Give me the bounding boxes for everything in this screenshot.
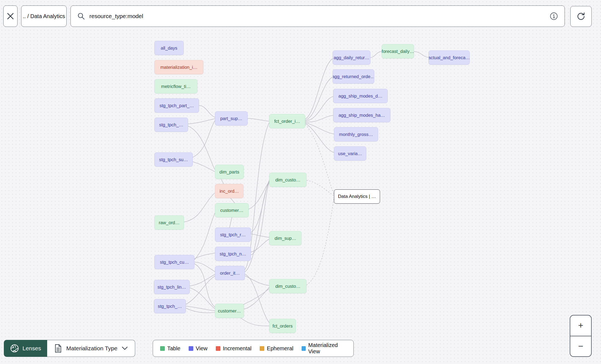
legend-label: Incremental — [223, 345, 252, 352]
lineage-edge — [305, 59, 333, 119]
lenses-label: Lenses — [22, 345, 41, 352]
search-input[interactable] — [89, 13, 545, 19]
node-agg_returned_orde[interactable]: agg_returned_orde… — [333, 69, 374, 84]
lineage-edge — [307, 198, 334, 285]
legend-item-incremental: Incremental — [216, 345, 252, 352]
refresh-button[interactable] — [570, 6, 592, 27]
lens-selected-label: Materialization Type — [66, 345, 117, 352]
lineage-edge — [305, 77, 333, 120]
node-forecast_daily[interactable]: forecast_daily… — [382, 44, 414, 58]
lineage-edge — [186, 276, 215, 304]
lineage-edge — [248, 118, 269, 121]
node-customer_b[interactable]: customer… — [215, 304, 244, 318]
lineage-edge — [194, 262, 215, 272]
legend-swatch — [302, 346, 306, 351]
legend-label: View — [196, 345, 208, 352]
lineage-graph: all_daysmaterialization_i…metricflow_ti…… — [0, 0, 601, 364]
search-bar[interactable] — [70, 5, 565, 27]
legend-item-ephemeral: Ephemeral — [260, 345, 293, 352]
node-actual_and_foreca[interactable]: actual_and_foreca… — [429, 50, 470, 65]
lineage-canvas[interactable]: all_daysmaterialization_i…metricflow_ti…… — [0, 0, 601, 364]
node-agg_ship_modes_d[interactable]: agg_ship_modes_d… — [333, 89, 388, 103]
lineage-edge — [194, 213, 215, 260]
node-data_analytics[interactable]: Data Analytics | … — [334, 189, 380, 204]
node-materialization_i[interactable]: materialization_i… — [154, 60, 203, 74]
node-raw_ord[interactable]: raw_ord… — [154, 215, 184, 230]
refresh-icon — [576, 12, 586, 21]
close-button[interactable] — [3, 5, 18, 27]
node-part_sup[interactable]: part_sup… — [215, 111, 248, 126]
lineage-edge — [193, 121, 215, 157]
node-dim_parts[interactable]: dim_parts — [215, 165, 244, 179]
breadcrumb[interactable]: .. / Data Analytics — [21, 5, 67, 27]
node-stg_tpch_lin[interactable]: stg_tpch_lin… — [154, 280, 190, 294]
lineage-edge — [184, 193, 215, 222]
node-dim_custo_m[interactable]: dim_custo… — [269, 173, 307, 187]
aperture-icon — [10, 344, 19, 353]
node-agg_daily_retur[interactable]: agg_daily_retur… — [333, 50, 370, 65]
lineage-edge — [221, 179, 224, 184]
node-dim_custo_b[interactable]: dim_custo… — [269, 279, 307, 293]
node-stg_tpch_a[interactable]: stg_tpch_… — [154, 118, 188, 132]
lineage-edge — [370, 52, 382, 58]
node-use_varia[interactable]: use_varia… — [334, 146, 366, 161]
lineage-edge — [251, 239, 269, 252]
lens-bar: Lenses Materialization Type — [4, 340, 135, 357]
search-icon — [77, 12, 85, 20]
legend-swatch — [189, 346, 193, 351]
info-icon[interactable] — [550, 12, 558, 20]
node-agg_ship_modes_ha[interactable]: agg_ship_modes_ha… — [333, 108, 390, 122]
legend-label: Materialized View — [308, 342, 346, 355]
node-fct_orders[interactable]: fct_orders — [269, 319, 296, 333]
chevron-down-icon — [122, 346, 128, 350]
legend-swatch — [160, 346, 165, 351]
lineage-edge — [190, 288, 215, 309]
node-inc_ord[interactable]: inc_ord… — [215, 184, 243, 198]
legend-item-view: View — [189, 345, 208, 352]
lineage-edge — [244, 287, 269, 309]
document-icon — [54, 344, 62, 353]
legend-label: Ephemeral — [267, 345, 293, 352]
node-stg_tpch_n[interactable]: stg_tpch_n… — [215, 247, 251, 261]
lineage-edge — [241, 318, 269, 326]
node-monthly_gross[interactable]: monthly_gross… — [334, 127, 378, 141]
zoom-out-button[interactable]: − — [570, 336, 591, 357]
close-icon — [7, 13, 14, 20]
lineage-edge — [194, 264, 215, 307]
lineage-edge — [414, 52, 429, 57]
lineage-edge — [305, 124, 334, 195]
lineage-edge — [305, 115, 333, 122]
lineage-edge — [188, 119, 215, 124]
lineage-edge — [245, 274, 269, 323]
zoom-controls: + − — [570, 315, 592, 357]
node-customer_a[interactable]: customer… — [215, 203, 249, 217]
node-fct_order_i[interactable]: fct_order_i… — [269, 114, 305, 128]
lenses-button[interactable]: Lenses — [4, 340, 47, 357]
legend-item-table: Table — [160, 345, 180, 352]
lineage-edge — [190, 274, 215, 286]
legend-item-materialized-view: Materialized View — [302, 342, 346, 355]
lineage-edge — [199, 106, 215, 117]
breadcrumb-label: .. / Data Analytics — [23, 13, 65, 19]
node-stg_tpch_b[interactable]: stg_tpch_… — [154, 299, 186, 313]
lineage-edge — [305, 123, 334, 153]
node-all_days[interactable]: all_days — [154, 41, 184, 55]
materialization-legend: TableViewIncrementalEphemeralMaterialize… — [153, 340, 354, 357]
node-dim_sup[interactable]: dim_sup… — [269, 231, 302, 245]
legend-label: Table — [167, 345, 180, 352]
lineage-edge — [193, 162, 215, 172]
legend-swatch — [216, 346, 220, 351]
lineage-edge — [305, 123, 334, 134]
legend-swatch — [260, 346, 264, 351]
lineage-edge — [249, 181, 269, 209]
node-stg_tpch_cu[interactable]: stg_tpch_cu… — [154, 255, 194, 269]
zoom-in-button[interactable]: + — [570, 315, 591, 336]
node-metricflow_ti[interactable]: metricflow_ti… — [154, 79, 197, 93]
lens-selector[interactable]: Materialization Type — [47, 340, 135, 357]
node-stg_tpch_part[interactable]: stg_tpch_part_… — [154, 98, 199, 113]
node-stg_tpch_r[interactable]: stg_tpch_r… — [215, 228, 251, 242]
node-stg_tpch_su[interactable]: stg_tpch_su… — [154, 152, 193, 167]
node-order_it[interactable]: order_it… — [215, 266, 245, 280]
lineage-edge — [231, 198, 235, 203]
